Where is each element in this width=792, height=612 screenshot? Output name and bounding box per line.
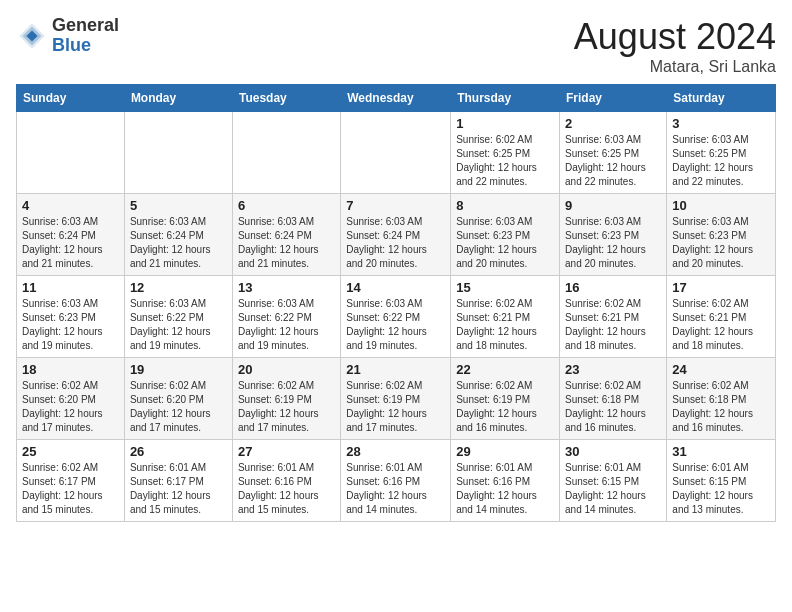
calendar-cell: 6Sunrise: 6:03 AM Sunset: 6:24 PM Daylig…	[232, 194, 340, 276]
calendar-cell: 12Sunrise: 6:03 AM Sunset: 6:22 PM Dayli…	[124, 276, 232, 358]
weekday-header-row: SundayMondayTuesdayWednesdayThursdayFrid…	[17, 85, 776, 112]
calendar-cell	[124, 112, 232, 194]
day-info: Sunrise: 6:01 AM Sunset: 6:16 PM Dayligh…	[238, 461, 335, 517]
day-info: Sunrise: 6:03 AM Sunset: 6:22 PM Dayligh…	[130, 297, 227, 353]
logo-text: General Blue	[52, 16, 119, 56]
logo: General Blue	[16, 16, 119, 56]
day-info: Sunrise: 6:03 AM Sunset: 6:25 PM Dayligh…	[672, 133, 770, 189]
day-number: 24	[672, 362, 770, 377]
day-info: Sunrise: 6:03 AM Sunset: 6:24 PM Dayligh…	[22, 215, 119, 271]
day-info: Sunrise: 6:02 AM Sunset: 6:19 PM Dayligh…	[346, 379, 445, 435]
weekday-header-friday: Friday	[560, 85, 667, 112]
day-info: Sunrise: 6:02 AM Sunset: 6:21 PM Dayligh…	[456, 297, 554, 353]
day-info: Sunrise: 6:02 AM Sunset: 6:17 PM Dayligh…	[22, 461, 119, 517]
calendar-cell	[341, 112, 451, 194]
week-row-4: 18Sunrise: 6:02 AM Sunset: 6:20 PM Dayli…	[17, 358, 776, 440]
calendar-cell: 20Sunrise: 6:02 AM Sunset: 6:19 PM Dayli…	[232, 358, 340, 440]
day-number: 3	[672, 116, 770, 131]
day-number: 16	[565, 280, 661, 295]
day-number: 13	[238, 280, 335, 295]
day-info: Sunrise: 6:03 AM Sunset: 6:23 PM Dayligh…	[22, 297, 119, 353]
day-info: Sunrise: 6:02 AM Sunset: 6:18 PM Dayligh…	[565, 379, 661, 435]
day-info: Sunrise: 6:03 AM Sunset: 6:22 PM Dayligh…	[346, 297, 445, 353]
day-info: Sunrise: 6:01 AM Sunset: 6:16 PM Dayligh…	[456, 461, 554, 517]
calendar-cell	[232, 112, 340, 194]
day-number: 15	[456, 280, 554, 295]
day-number: 6	[238, 198, 335, 213]
day-number: 26	[130, 444, 227, 459]
day-number: 22	[456, 362, 554, 377]
day-number: 30	[565, 444, 661, 459]
calendar-cell: 15Sunrise: 6:02 AM Sunset: 6:21 PM Dayli…	[451, 276, 560, 358]
calendar-cell: 26Sunrise: 6:01 AM Sunset: 6:17 PM Dayli…	[124, 440, 232, 522]
calendar-cell: 1Sunrise: 6:02 AM Sunset: 6:25 PM Daylig…	[451, 112, 560, 194]
day-info: Sunrise: 6:03 AM Sunset: 6:24 PM Dayligh…	[346, 215, 445, 271]
day-number: 17	[672, 280, 770, 295]
logo-icon	[16, 20, 48, 52]
day-number: 29	[456, 444, 554, 459]
day-info: Sunrise: 6:03 AM Sunset: 6:24 PM Dayligh…	[130, 215, 227, 271]
weekday-header-sunday: Sunday	[17, 85, 125, 112]
day-info: Sunrise: 6:01 AM Sunset: 6:15 PM Dayligh…	[672, 461, 770, 517]
day-number: 5	[130, 198, 227, 213]
calendar-cell: 31Sunrise: 6:01 AM Sunset: 6:15 PM Dayli…	[667, 440, 776, 522]
month-year: August 2024	[574, 16, 776, 58]
day-number: 1	[456, 116, 554, 131]
calendar-table: SundayMondayTuesdayWednesdayThursdayFrid…	[16, 84, 776, 522]
day-info: Sunrise: 6:03 AM Sunset: 6:23 PM Dayligh…	[672, 215, 770, 271]
day-number: 12	[130, 280, 227, 295]
day-number: 9	[565, 198, 661, 213]
week-row-5: 25Sunrise: 6:02 AM Sunset: 6:17 PM Dayli…	[17, 440, 776, 522]
calendar-cell: 8Sunrise: 6:03 AM Sunset: 6:23 PM Daylig…	[451, 194, 560, 276]
calendar-cell: 16Sunrise: 6:02 AM Sunset: 6:21 PM Dayli…	[560, 276, 667, 358]
day-info: Sunrise: 6:03 AM Sunset: 6:22 PM Dayligh…	[238, 297, 335, 353]
day-info: Sunrise: 6:02 AM Sunset: 6:20 PM Dayligh…	[22, 379, 119, 435]
calendar-cell: 23Sunrise: 6:02 AM Sunset: 6:18 PM Dayli…	[560, 358, 667, 440]
page-header: General Blue August 2024 Matara, Sri Lan…	[16, 16, 776, 76]
calendar-cell: 25Sunrise: 6:02 AM Sunset: 6:17 PM Dayli…	[17, 440, 125, 522]
week-row-1: 1Sunrise: 6:02 AM Sunset: 6:25 PM Daylig…	[17, 112, 776, 194]
day-info: Sunrise: 6:03 AM Sunset: 6:23 PM Dayligh…	[565, 215, 661, 271]
day-info: Sunrise: 6:02 AM Sunset: 6:19 PM Dayligh…	[238, 379, 335, 435]
location: Matara, Sri Lanka	[574, 58, 776, 76]
calendar-cell: 30Sunrise: 6:01 AM Sunset: 6:15 PM Dayli…	[560, 440, 667, 522]
day-info: Sunrise: 6:02 AM Sunset: 6:19 PM Dayligh…	[456, 379, 554, 435]
calendar-cell	[17, 112, 125, 194]
calendar-cell: 19Sunrise: 6:02 AM Sunset: 6:20 PM Dayli…	[124, 358, 232, 440]
calendar-cell: 5Sunrise: 6:03 AM Sunset: 6:24 PM Daylig…	[124, 194, 232, 276]
day-number: 10	[672, 198, 770, 213]
logo-blue: Blue	[52, 36, 119, 56]
day-number: 2	[565, 116, 661, 131]
weekday-header-wednesday: Wednesday	[341, 85, 451, 112]
day-number: 31	[672, 444, 770, 459]
day-info: Sunrise: 6:03 AM Sunset: 6:25 PM Dayligh…	[565, 133, 661, 189]
day-number: 28	[346, 444, 445, 459]
day-info: Sunrise: 6:02 AM Sunset: 6:21 PM Dayligh…	[672, 297, 770, 353]
calendar-cell: 27Sunrise: 6:01 AM Sunset: 6:16 PM Dayli…	[232, 440, 340, 522]
day-number: 8	[456, 198, 554, 213]
day-info: Sunrise: 6:02 AM Sunset: 6:21 PM Dayligh…	[565, 297, 661, 353]
day-number: 14	[346, 280, 445, 295]
calendar-cell: 28Sunrise: 6:01 AM Sunset: 6:16 PM Dayli…	[341, 440, 451, 522]
day-number: 7	[346, 198, 445, 213]
calendar-cell: 11Sunrise: 6:03 AM Sunset: 6:23 PM Dayli…	[17, 276, 125, 358]
calendar-cell: 21Sunrise: 6:02 AM Sunset: 6:19 PM Dayli…	[341, 358, 451, 440]
day-info: Sunrise: 6:01 AM Sunset: 6:16 PM Dayligh…	[346, 461, 445, 517]
weekday-header-saturday: Saturday	[667, 85, 776, 112]
day-number: 27	[238, 444, 335, 459]
logo-general: General	[52, 16, 119, 36]
weekday-header-tuesday: Tuesday	[232, 85, 340, 112]
weekday-header-monday: Monday	[124, 85, 232, 112]
calendar-cell: 9Sunrise: 6:03 AM Sunset: 6:23 PM Daylig…	[560, 194, 667, 276]
day-number: 21	[346, 362, 445, 377]
day-number: 20	[238, 362, 335, 377]
week-row-2: 4Sunrise: 6:03 AM Sunset: 6:24 PM Daylig…	[17, 194, 776, 276]
day-info: Sunrise: 6:03 AM Sunset: 6:23 PM Dayligh…	[456, 215, 554, 271]
day-info: Sunrise: 6:01 AM Sunset: 6:17 PM Dayligh…	[130, 461, 227, 517]
calendar-cell: 24Sunrise: 6:02 AM Sunset: 6:18 PM Dayli…	[667, 358, 776, 440]
day-info: Sunrise: 6:02 AM Sunset: 6:20 PM Dayligh…	[130, 379, 227, 435]
day-number: 11	[22, 280, 119, 295]
calendar-cell: 14Sunrise: 6:03 AM Sunset: 6:22 PM Dayli…	[341, 276, 451, 358]
weekday-header-thursday: Thursday	[451, 85, 560, 112]
calendar-cell: 7Sunrise: 6:03 AM Sunset: 6:24 PM Daylig…	[341, 194, 451, 276]
